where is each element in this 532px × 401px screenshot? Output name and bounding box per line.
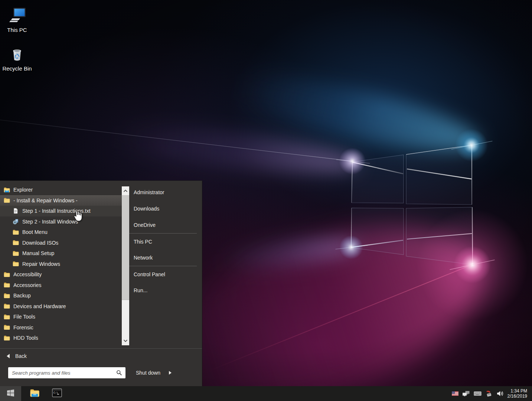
start-menu-place-run[interactable]: Run... bbox=[129, 282, 197, 299]
start-menu-places-list: Administrator Downloads OneDrive This PC… bbox=[129, 181, 202, 348]
start-menu-footer: Back Shut down bbox=[0, 348, 202, 386]
desktop-icon-this-pc[interactable]: This PC bbox=[0, 7, 34, 33]
desktop-icon-label: This PC bbox=[0, 27, 34, 33]
start-menu-item-hdd-tools[interactable]: HDD Tools bbox=[0, 333, 122, 343]
clock-date: 2/16/2019 bbox=[507, 394, 527, 399]
start-menu-item-backup[interactable]: Backup bbox=[0, 290, 122, 301]
shutdown-submenu-arrow-icon[interactable] bbox=[169, 371, 172, 375]
language-us-flag-icon[interactable] bbox=[452, 391, 458, 396]
start-menu-item-accessories[interactable]: Accessories bbox=[0, 280, 122, 291]
folder-icon bbox=[13, 261, 19, 267]
folder-icon bbox=[4, 314, 10, 320]
scrollbar-thumb[interactable] bbox=[122, 195, 129, 300]
clock-time: 1:34 PM bbox=[507, 388, 527, 394]
start-menu-item-explorer[interactable]: Explorer bbox=[0, 185, 122, 195]
folder-icon bbox=[13, 240, 19, 246]
keyboard-icon[interactable] bbox=[474, 391, 482, 396]
start-menu-place-control-panel[interactable]: Control Panel bbox=[129, 266, 197, 282]
start-button[interactable] bbox=[0, 386, 21, 401]
taskbar-clock[interactable]: 1:34 PM 2/16/2019 bbox=[507, 388, 527, 399]
desktop-icon-label: Recycle Bin bbox=[0, 65, 34, 72]
explorer-icon bbox=[4, 187, 10, 193]
search-icon bbox=[116, 370, 122, 376]
start-menu-place-network[interactable]: Network bbox=[129, 250, 197, 266]
textfile-icon bbox=[13, 208, 19, 214]
network-icon[interactable] bbox=[463, 391, 470, 397]
file-explorer-icon bbox=[30, 389, 40, 399]
folder-icon bbox=[4, 293, 10, 299]
start-menu-item-step-1-install-instructions-txt[interactable]: Step 1 - Install Instructions.txt bbox=[0, 206, 122, 216]
chevron-up-icon bbox=[123, 189, 128, 192]
folder-icon bbox=[4, 271, 10, 277]
folder-icon bbox=[4, 282, 10, 288]
search-input[interactable] bbox=[8, 367, 116, 378]
start-menu-place-downloads[interactable]: Downloads bbox=[129, 200, 197, 217]
start-menu-item-repair-windows[interactable]: Repair Windows bbox=[0, 259, 122, 270]
search-box[interactable] bbox=[8, 367, 125, 378]
start-menu-item-manual-setup[interactable]: Manual Setup bbox=[0, 248, 122, 259]
start-menu-place-administrator[interactable]: Administrator bbox=[129, 184, 197, 200]
svg-text:C:\: C:\ bbox=[53, 391, 58, 394]
installer-icon bbox=[13, 219, 19, 225]
scrollbar-down-button[interactable] bbox=[122, 336, 129, 345]
back-arrow-icon bbox=[7, 354, 10, 358]
start-menu-program-list: Explorer - Install & Repair Windows - St… bbox=[0, 181, 122, 348]
start-menu-item-boot-menu[interactable]: Boot Menu bbox=[0, 227, 122, 238]
wallpaper-cyan-beam bbox=[221, 61, 484, 166]
pointing-device-icon[interactable] bbox=[486, 391, 493, 397]
start-menu-item-step-2-install-windows[interactable]: Step 2 - Install Windows bbox=[0, 216, 122, 227]
back-button[interactable]: Back bbox=[0, 349, 202, 363]
start-menu-item-install-repair-windows[interactable]: - Install & Repair Windows - bbox=[0, 195, 122, 206]
start-menu-item-forensic[interactable]: Forensic bbox=[0, 322, 122, 333]
start-menu: Explorer - Install & Repair Windows - St… bbox=[0, 180, 202, 386]
windows-logo-icon bbox=[7, 389, 14, 398]
scrollbar[interactable] bbox=[122, 186, 129, 345]
start-menu-item-devices-and-hardware[interactable]: Devices and Hardware bbox=[0, 301, 122, 312]
taskbar-file-explorer-button[interactable] bbox=[27, 386, 42, 401]
start-menu-item-accessibility[interactable]: Accessibility bbox=[0, 269, 122, 280]
desktop-icon-recycle-bin[interactable]: Recycle Bin bbox=[0, 46, 34, 72]
wallpaper-purple-beam bbox=[92, 117, 361, 182]
desktop-screen: This PC Recycle Bin bbox=[0, 0, 532, 401]
folder-icon bbox=[4, 198, 10, 203]
folder-icon bbox=[13, 250, 19, 256]
folder-icon bbox=[4, 325, 10, 330]
folder-icon bbox=[4, 335, 10, 341]
taskbar: C:\ bbox=[0, 386, 532, 401]
start-menu-item-file-tools[interactable]: File Tools bbox=[0, 312, 122, 322]
recycle-bin-icon bbox=[8, 58, 26, 64]
start-menu-place-onedrive[interactable]: OneDrive bbox=[129, 217, 197, 233]
chevron-down-icon bbox=[123, 339, 128, 342]
folder-icon bbox=[4, 303, 10, 309]
system-tray: 1:34 PM 2/16/2019 bbox=[448, 388, 532, 399]
start-menu-place-this-pc[interactable]: This PC bbox=[129, 233, 197, 250]
wallpaper-blue-beam bbox=[202, 234, 359, 277]
taskbar-command-prompt-button[interactable]: C:\ bbox=[49, 386, 64, 401]
this-pc-icon bbox=[7, 19, 27, 26]
volume-icon[interactable] bbox=[497, 391, 504, 397]
start-menu-item-download-isos[interactable]: Download ISOs bbox=[0, 238, 122, 248]
scrollbar-up-button[interactable] bbox=[122, 186, 129, 195]
folder-icon bbox=[13, 229, 19, 235]
shutdown-button[interactable]: Shut down bbox=[136, 367, 172, 378]
command-prompt-icon: C:\ bbox=[52, 388, 62, 399]
